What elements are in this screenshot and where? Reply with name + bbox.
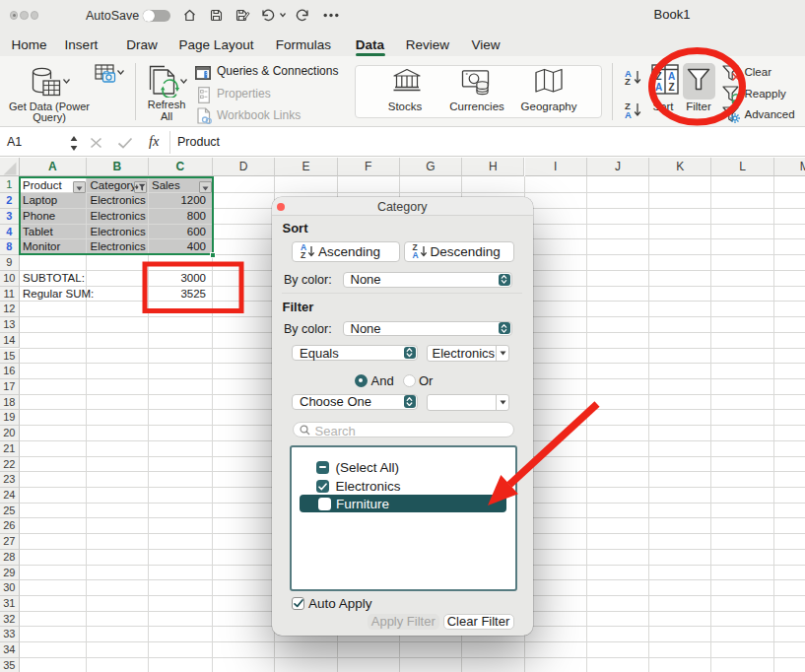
svg-text:A: A [654, 82, 661, 93]
svg-text:A: A [667, 71, 674, 82]
svg-text:Z: Z [655, 71, 661, 82]
svg-text:Z: Z [668, 82, 674, 93]
